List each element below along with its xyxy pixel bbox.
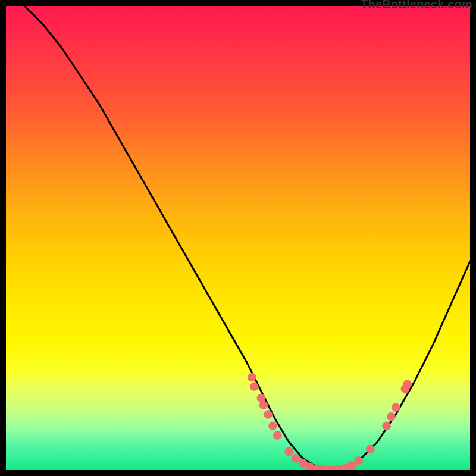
data-point — [392, 403, 400, 412]
data-point — [366, 445, 374, 453]
data-points — [248, 373, 411, 470]
data-point — [250, 383, 258, 391]
data-point — [292, 455, 300, 463]
data-point — [403, 380, 412, 389]
chart-frame — [6, 6, 470, 470]
data-point — [355, 456, 363, 465]
data-point — [264, 410, 273, 418]
data-point — [273, 431, 281, 440]
chart-svg — [6, 6, 470, 470]
data-point — [269, 422, 277, 430]
data-point — [387, 412, 395, 421]
watermark-text: TheBottleneck.com — [361, 0, 472, 11]
data-point — [248, 373, 256, 381]
data-point — [259, 401, 268, 409]
bottleneck-curve — [24, 6, 470, 470]
data-point — [347, 461, 356, 469]
data-point — [285, 447, 293, 456]
data-point — [383, 422, 391, 430]
